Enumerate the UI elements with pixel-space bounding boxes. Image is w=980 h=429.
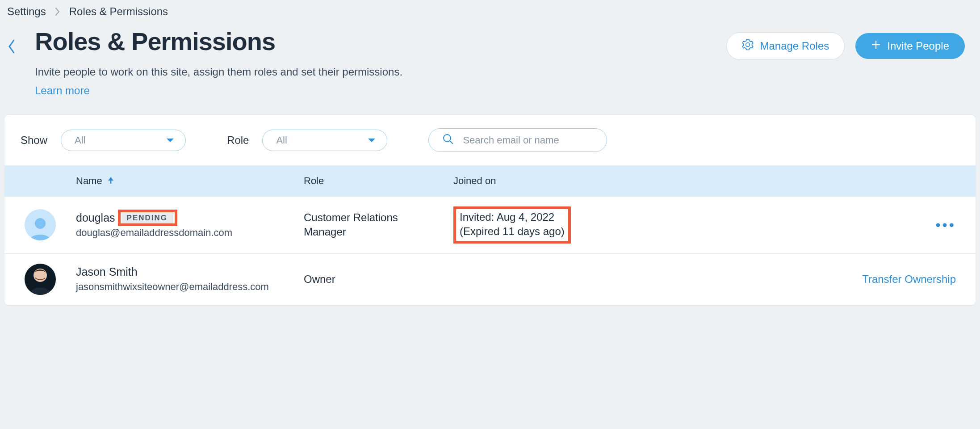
invite-people-label: Invite People <box>887 40 949 52</box>
highlight-annotation: PENDING <box>120 211 176 224</box>
search-input[interactable] <box>463 135 593 146</box>
svg-point-5 <box>35 218 46 229</box>
collaborator-role: Customer Relations Manager <box>304 210 453 240</box>
collaborator-name: Jason Smith <box>76 265 138 278</box>
collaborators-card: Show All Role All Name Role <box>4 115 976 305</box>
column-name[interactable]: Name <box>76 175 304 187</box>
filter-row: Show All Role All <box>4 115 976 165</box>
role-filter-value: All <box>276 135 287 146</box>
invite-people-button[interactable]: Invite People <box>855 33 965 59</box>
table-row: douglas PENDING douglas@emailaddressdoma… <box>4 197 976 254</box>
highlight-annotation: Invited: Aug 4, 2022 (Expired 11 days ag… <box>453 206 571 244</box>
joined-on-line1: Invited: Aug 4, 2022 <box>460 210 565 224</box>
chevron-right-icon <box>55 7 60 16</box>
sort-asc-icon <box>108 175 114 187</box>
table-header: Name Role Joined on <box>4 165 976 197</box>
svg-point-2 <box>444 135 451 142</box>
chevron-down-icon <box>166 135 175 146</box>
svg-rect-4 <box>110 180 111 184</box>
role-filter-select[interactable]: All <box>262 130 387 151</box>
joined-on-line2: (Expired 11 days ago) <box>460 224 565 239</box>
breadcrumb: Settings Roles & Permissions <box>4 0 976 21</box>
row-actions-button[interactable]: ••• <box>935 217 956 233</box>
collaborator-role: Owner <box>304 272 453 286</box>
page-subtitle: Invite people to work on this site, assi… <box>35 66 708 78</box>
show-label: Show <box>21 134 47 147</box>
manage-roles-label: Manage Roles <box>760 40 829 52</box>
role-label: Role <box>227 134 249 147</box>
collaborator-name: douglas <box>76 211 115 224</box>
column-role[interactable]: Role <box>304 175 453 187</box>
show-filter-value: All <box>75 135 85 146</box>
show-filter-select[interactable]: All <box>61 130 186 151</box>
collaborator-email: jasonsmithwixsiteowner@emailaddress.com <box>76 281 304 293</box>
column-joined[interactable]: Joined on <box>453 175 641 187</box>
breadcrumb-parent[interactable]: Settings <box>7 5 46 18</box>
back-button[interactable] <box>7 27 17 55</box>
manage-roles-button[interactable]: Manage Roles <box>726 32 845 60</box>
collaborator-email: douglas@emailaddressdomain.com <box>76 227 304 239</box>
gear-icon <box>742 39 754 53</box>
chevron-down-icon <box>367 135 376 146</box>
plus-icon <box>871 40 881 52</box>
transfer-ownership-link[interactable]: Transfer Ownership <box>862 273 956 286</box>
search-icon <box>442 133 454 147</box>
breadcrumb-current: Roles & Permissions <box>69 5 168 18</box>
page-title: Roles & Permissions <box>35 27 708 56</box>
search-box[interactable] <box>428 128 607 152</box>
avatar <box>25 264 56 295</box>
svg-line-3 <box>450 141 453 144</box>
avatar <box>25 209 56 240</box>
table-row: Jason Smith jasonsmithwixsiteowner@email… <box>4 254 976 305</box>
status-badge: PENDING <box>121 212 173 224</box>
learn-more-link[interactable]: Learn more <box>35 84 90 97</box>
